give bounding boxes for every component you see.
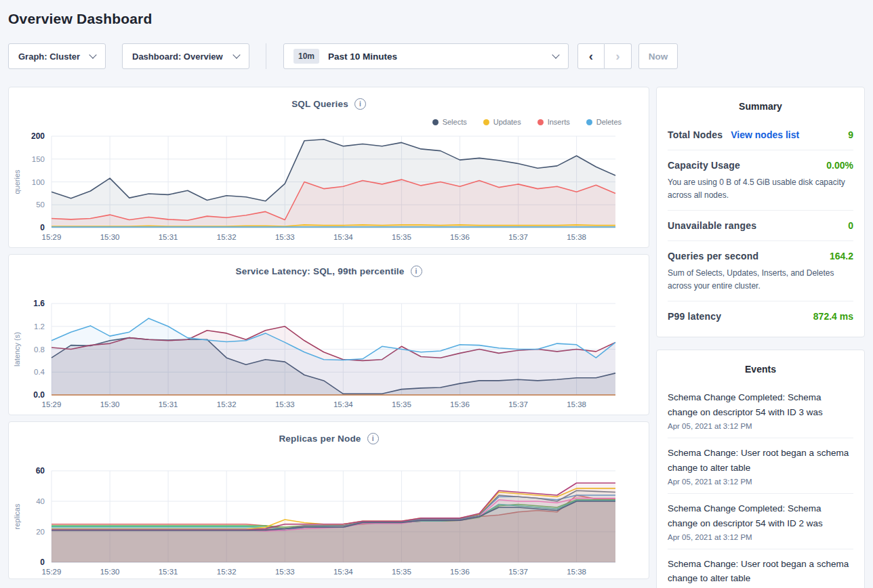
svg-text:15:38: 15:38 <box>567 233 586 241</box>
chart-header: Service Latency: SQL, 99th percentile i <box>9 255 649 277</box>
legend-dot-icon <box>483 119 489 125</box>
page-title: Overview Dashboard <box>8 11 865 27</box>
svg-text:15:29: 15:29 <box>42 233 62 241</box>
event-text: Schema Change: User root began a schema … <box>668 446 853 476</box>
svg-text:20: 20 <box>36 528 45 536</box>
time-range-dropdown[interactable]: 10m Past 10 Minutes <box>283 43 569 69</box>
svg-text:15:29: 15:29 <box>42 568 62 576</box>
replicas-per-node-chart[interactable]: 020406015:2915:3015:3115:3215:3315:3415:… <box>9 467 650 581</box>
event-text: Schema Change: User root began a schema … <box>668 557 853 587</box>
svg-text:replicas: replicas <box>13 503 21 529</box>
svg-text:100: 100 <box>32 178 45 186</box>
svg-text:150: 150 <box>32 155 45 163</box>
event-text: Schema Change Completed: Schema change o… <box>668 501 853 531</box>
event-item[interactable]: Schema Change Completed: Schema change o… <box>668 383 853 438</box>
svg-text:15:36: 15:36 <box>450 233 470 241</box>
event-timestamp: Apr 05, 2021 at 3:12 PM <box>668 422 853 430</box>
svg-text:15:36: 15:36 <box>450 568 470 576</box>
time-pager: ‹ › <box>577 43 632 69</box>
info-icon[interactable]: i <box>411 266 422 277</box>
summary-row: Queries per second164.2Sum of Selects, U… <box>668 240 853 301</box>
dashboard-dropdown[interactable]: Dashboard: Overview <box>122 43 249 69</box>
svg-text:15:30: 15:30 <box>100 568 120 576</box>
summary-value: 872.4 ms <box>813 311 853 322</box>
prev-time-button[interactable]: ‹ <box>577 43 605 69</box>
legend-label: Selects <box>443 118 467 126</box>
svg-text:latency (s): latency (s) <box>13 332 21 366</box>
svg-text:15:33: 15:33 <box>275 233 295 241</box>
svg-text:1.2: 1.2 <box>34 322 45 331</box>
svg-text:15:30: 15:30 <box>100 400 120 408</box>
svg-text:15:35: 15:35 <box>392 233 411 241</box>
svg-text:0.4: 0.4 <box>34 368 45 376</box>
chevron-down-icon <box>89 51 96 58</box>
svg-text:40: 40 <box>36 497 45 505</box>
chart-legend: SelectsUpdatesInsertsDeletes <box>416 118 622 126</box>
controls-divider <box>266 43 266 69</box>
chevron-down-icon <box>552 51 559 58</box>
summary-title: Summary <box>668 96 853 120</box>
legend-item-deletes[interactable]: Deletes <box>586 118 622 126</box>
svg-text:15:34: 15:34 <box>333 400 353 408</box>
svg-text:15:29: 15:29 <box>42 400 62 408</box>
main-content: SQL Queries i SelectsUpdatesInsertsDelet… <box>8 87 865 588</box>
time-range-badge: 10m <box>293 49 319 64</box>
legend-label: Inserts <box>548 118 570 126</box>
chart-header: SQL Queries i <box>9 87 649 110</box>
summary-description: Sum of Selects, Updates, Inserts, and De… <box>668 267 853 292</box>
legend-item-inserts[interactable]: Inserts <box>537 118 570 126</box>
summary-description: You are using 0 B of 4.5 GiB usable disk… <box>668 176 853 201</box>
summary-row: Unavailable ranges0 <box>668 210 853 240</box>
summary-label: Total Nodes <box>668 129 723 140</box>
chevron-down-icon <box>232 51 240 58</box>
svg-text:0: 0 <box>40 223 45 232</box>
info-icon[interactable]: i <box>354 98 366 110</box>
replicas-per-node-chart-panel: Replicas per Node i 020406015:2915:3015:… <box>8 421 649 579</box>
svg-text:15:34: 15:34 <box>333 568 353 576</box>
legend-item-selects[interactable]: Selects <box>432 118 467 126</box>
svg-text:15:35: 15:35 <box>392 400 411 408</box>
svg-text:15:38: 15:38 <box>567 568 586 576</box>
events-list: Schema Change Completed: Schema change o… <box>668 383 853 588</box>
event-timestamp: Apr 05, 2021 at 3:12 PM <box>668 533 853 541</box>
summary-label: Capacity Usage <box>668 160 740 171</box>
svg-text:15:32: 15:32 <box>217 400 237 408</box>
svg-text:15:36: 15:36 <box>450 400 470 408</box>
legend-label: Updates <box>493 118 521 126</box>
svg-text:15:33: 15:33 <box>275 568 295 576</box>
chart-title: SQL Queries <box>291 99 348 109</box>
summary-row: Total NodesView nodes list9 <box>668 120 853 150</box>
svg-text:15:33: 15:33 <box>275 400 295 408</box>
svg-text:15:32: 15:32 <box>217 233 237 241</box>
info-icon[interactable]: i <box>367 433 379 444</box>
event-item[interactable]: Schema Change: User root began a schema … <box>668 438 853 493</box>
svg-text:queries: queries <box>13 169 21 194</box>
sql-queries-chart[interactable]: 05010015020015:2915:3015:3115:3215:3315:… <box>9 132 650 247</box>
service-latency-chart[interactable]: 0.00.40.81.21.615:2915:3015:3115:3215:33… <box>9 299 650 414</box>
dashboard-dropdown-label: Dashboard: Overview <box>132 51 223 62</box>
summary-value: 0.00% <box>826 160 853 171</box>
svg-text:15:35: 15:35 <box>392 568 411 576</box>
legend-item-updates[interactable]: Updates <box>483 118 521 126</box>
graph-dropdown-label: Graph: Cluster <box>18 51 80 62</box>
summary-label: Unavailable ranges <box>668 220 756 231</box>
summary-rows: Total NodesView nodes list9Capacity Usag… <box>668 120 853 331</box>
svg-text:60: 60 <box>36 467 45 476</box>
legend-dot-icon <box>432 119 439 125</box>
svg-text:15:37: 15:37 <box>508 400 528 408</box>
controls-bar: Graph: Cluster Dashboard: Overview 10m P… <box>8 43 865 69</box>
service-latency-chart-panel: Service Latency: SQL, 99th percentile i … <box>8 254 649 415</box>
graph-dropdown[interactable]: Graph: Cluster <box>8 43 106 69</box>
summary-row: P99 latency872.4 ms <box>668 301 853 331</box>
summary-row: Capacity Usage0.00%You are using 0 B of … <box>668 150 853 210</box>
now-button[interactable]: Now <box>638 43 678 69</box>
view-nodes-list-link[interactable]: View nodes list <box>731 129 799 140</box>
legend-label: Deletes <box>596 118 622 126</box>
events-title: Events <box>668 358 853 383</box>
next-time-button[interactable]: › <box>605 43 632 69</box>
event-item[interactable]: Schema Change Completed: Schema change o… <box>668 493 853 549</box>
summary-label: Queries per second <box>668 251 758 261</box>
event-item[interactable]: Schema Change: User root began a schema … <box>668 549 853 588</box>
chart-title: Service Latency: SQL, 99th percentile <box>236 266 405 276</box>
svg-text:15:31: 15:31 <box>159 400 178 408</box>
